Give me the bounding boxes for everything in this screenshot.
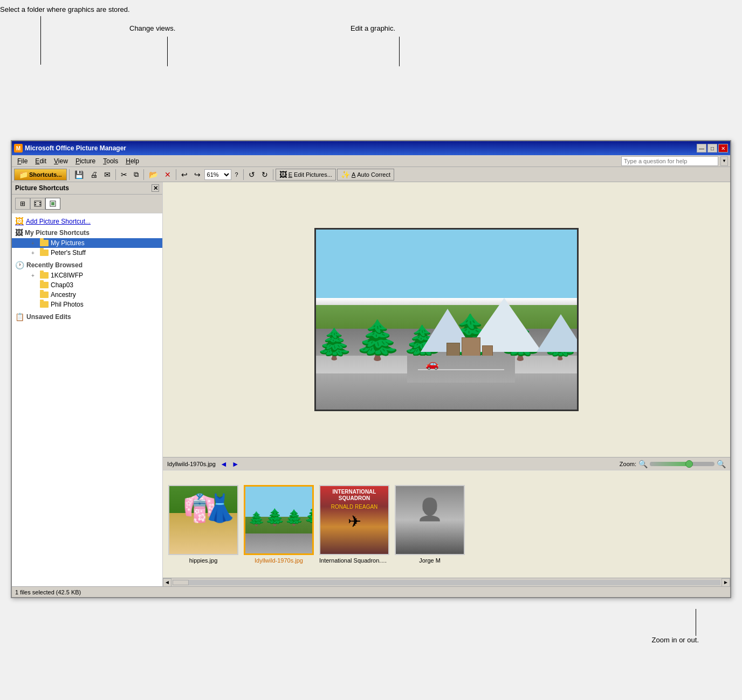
squadron-scene: INTERNATIONALSQUADRON RONALD REAGAN ✈ [320, 486, 388, 554]
expand-icon-3: + [31, 273, 38, 279]
scroll-thumb[interactable] [173, 580, 189, 585]
squadron-text: INTERNATIONALSQUADRON [333, 489, 376, 502]
folder-icon-6 [40, 301, 49, 308]
sidebar-item-my-pictures[interactable]: + My Pictures [12, 238, 162, 248]
toolbar-separator-1 [69, 169, 70, 180]
delete-button[interactable]: ✕ [162, 169, 174, 181]
main-image: 🌲 🌲 🌲 🌲 🌲 🌲 🌲 [314, 228, 579, 411]
view-toggle: ⊞ [15, 198, 60, 210]
menu-view[interactable]: View [51, 156, 71, 166]
thumb-img-squadron: INTERNATIONALSQUADRON RONALD REAGAN ✈ [319, 485, 389, 555]
help-input[interactable] [621, 156, 718, 166]
sidebar-item-peters-stuff[interactable]: + Peter's Stuff [12, 248, 162, 258]
svg-rect-4 [39, 204, 41, 205]
zoom-box: 61% 25% 50% 100% ? [204, 169, 241, 181]
annotation-zoom-line [696, 609, 696, 636]
scroll-track[interactable] [173, 580, 720, 585]
help-dropdown[interactable]: ▼ [720, 156, 728, 166]
thumb-label-hippies: hippies.jpg [189, 557, 218, 564]
jorge-scene: 👤 [396, 486, 464, 554]
main-window: M Microsoft Office Picture Manager — □ ✕… [11, 140, 731, 598]
annotation-views-line [167, 37, 168, 66]
single-view-button[interactable] [45, 198, 60, 210]
thumbnail-strip: 👘 👗 hippies.jpg 🌲 🌲 [163, 470, 730, 578]
zoom-label: Zoom: [620, 461, 636, 467]
filmstrip-icon [34, 200, 42, 207]
tree-1: 🌲 [316, 329, 353, 359]
next-arrow[interactable]: ► [232, 460, 239, 468]
save-button[interactable]: 💾 [72, 169, 86, 181]
sidebar-header: Picture Shortcuts ✕ [12, 182, 162, 195]
thumbnail-squadron[interactable]: INTERNATIONALSQUADRON RONALD REAGAN ✈ In… [319, 485, 389, 564]
maximize-button[interactable]: □ [707, 144, 717, 153]
window-title: Microsoft Office Picture Manager [25, 144, 126, 152]
menu-tools[interactable]: Tools [100, 156, 121, 166]
main-area: 🌲 🌲 🌲 🌲 🌲 🌲 🌲 [163, 182, 730, 586]
menu-help[interactable]: Help [122, 156, 142, 166]
browse-button[interactable]: 📂 [146, 169, 161, 181]
close-button[interactable]: ✕ [718, 144, 728, 153]
menu-bar: File Edit View Picture Tools Help ▼ [12, 155, 730, 167]
minimize-button[interactable]: — [697, 144, 706, 153]
menu-edit[interactable]: Edit [32, 156, 50, 166]
annotation-views: Change views. [129, 24, 175, 32]
thumbnail-idyllwild[interactable]: 🌲 🌲 🌲 🌲 Idyllwild-1970s.jpg [244, 485, 314, 564]
thumbnail-view-button[interactable]: ⊞ [15, 198, 30, 210]
menu-picture[interactable]: Picture [72, 156, 99, 166]
zoom-minus-icon[interactable]: 🔍 [638, 460, 648, 468]
thumbnail-jorge[interactable]: 👤 Jorge M [395, 485, 465, 564]
svg-rect-3 [39, 202, 41, 203]
sidebar-item-1kc8iwfp[interactable]: + 1KC8IWFP [12, 271, 162, 280]
sidebar-item-chap03[interactable]: Chap03 [12, 280, 162, 290]
sidebar-item-ancestry[interactable]: Ancestry [12, 290, 162, 300]
thumb-landscape: 🌲 🌲 🌲 🌲 [245, 487, 312, 553]
mountain-3 [537, 314, 577, 352]
tree-2: 🌲 [354, 321, 401, 359]
horizontal-scrollbar: ◄ ► [163, 578, 730, 586]
svg-rect-1 [35, 202, 36, 203]
toolbar-separator-6 [273, 169, 273, 180]
current-filename: Idyllwild-1970s.jpg [167, 461, 216, 467]
thumb-img-idyllwild: 🌲 🌲 🌲 🌲 [244, 485, 314, 555]
filmstrip-view-button[interactable] [30, 198, 45, 210]
scroll-left-button[interactable]: ◄ [163, 578, 171, 587]
zoom-controls: Zoom: 🔍 🔍 [620, 460, 726, 468]
redo-button[interactable]: ↪ [191, 169, 203, 181]
auto-correct-button[interactable]: ✨ AAuto Correct [337, 169, 394, 181]
annotation-zoom: Zoom in or out. [652, 636, 699, 644]
folder-icon-2 [40, 249, 49, 256]
prev-arrow[interactable]: ◄ [220, 460, 228, 468]
copy-button[interactable]: ⧉ [131, 169, 141, 181]
edit-pictures-button[interactable]: 🖼 EEdit Pictures... [276, 169, 336, 181]
zoom-select[interactable]: 61% 25% 50% 100% [204, 169, 231, 180]
print-button[interactable]: 🖨 [87, 169, 100, 181]
add-picture-shortcut[interactable]: 🖼 Add Picture Shortcut... [12, 216, 162, 227]
sidebar-close-button[interactable]: ✕ [152, 184, 159, 192]
folder-icon [40, 240, 49, 246]
svg-rect-0 [35, 201, 41, 206]
squadron-subtitle: RONALD REAGAN [331, 504, 378, 510]
rotate-right-button[interactable]: ↻ [259, 169, 271, 181]
hippies-scene: 👘 👗 [169, 486, 237, 554]
car: 🚗 [425, 357, 439, 370]
squadron-plane: ✈ [348, 512, 361, 531]
zoom-slider[interactable] [650, 462, 714, 466]
title-bar-buttons: — □ ✕ [697, 144, 728, 153]
rotate-left-button[interactable]: ↺ [246, 169, 258, 181]
cut-button[interactable]: ✂ [118, 169, 130, 181]
expand-icon-2: + [31, 250, 38, 256]
help-box: ▼ [621, 156, 728, 166]
email-button[interactable]: ✉ [101, 169, 113, 181]
shortcuts-button[interactable]: 📁 Shortcuts... [14, 169, 67, 181]
undo-button[interactable]: ↩ [178, 169, 190, 181]
thumbnail-hippies[interactable]: 👘 👗 hippies.jpg [168, 485, 238, 564]
zoom-help-button[interactable]: ? [232, 169, 241, 181]
zoom-slider-thumb[interactable] [685, 460, 693, 468]
zoom-plus-icon[interactable]: 🔍 [717, 460, 726, 468]
menu-file[interactable]: File [14, 156, 31, 166]
toolbar-separator-3 [143, 169, 144, 180]
folder-icon-3 [40, 272, 49, 279]
sidebar-item-phil-photos[interactable]: Phil Photos [12, 300, 162, 309]
scroll-right-button[interactable]: ► [722, 578, 730, 587]
expand-icon: + [31, 240, 38, 246]
